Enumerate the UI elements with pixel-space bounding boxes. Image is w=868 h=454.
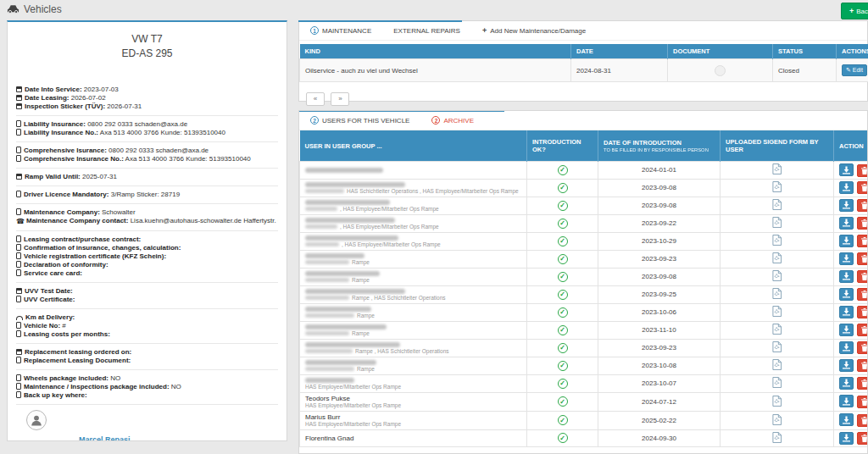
detail-value: 3/Ramp Sticker: 28719: [108, 191, 180, 198]
detail-line: Comprehensive Isurance: 0800 292 0333 sc…: [16, 147, 278, 155]
detail-label: Maintenance Company contact:: [26, 217, 128, 224]
detail-value: Axa 513 4000 3766 Kunde: 51393510040: [124, 155, 251, 163]
download-button[interactable]: [839, 181, 854, 194]
file-icon: [16, 252, 21, 259]
maintenance-row: Oilservice - auch zu viel und Wechsel 20…: [300, 59, 868, 82]
download-button[interactable]: [839, 432, 854, 445]
pdf-file-icon[interactable]: [772, 257, 782, 265]
pdf-file-icon[interactable]: [772, 275, 782, 283]
redacted-name-bar: [305, 182, 405, 187]
delete-button[interactable]: [857, 235, 868, 247]
file-icon: [16, 383, 21, 390]
delete-button[interactable]: [857, 414, 868, 427]
next-page-button[interactable]: »: [331, 92, 349, 106]
delete-button[interactable]: [857, 432, 868, 445]
download-button[interactable]: [839, 163, 854, 176]
detail-label: Comprehensive Isurance:: [24, 147, 107, 154]
file-icon: [16, 374, 21, 381]
redacted-name-bar: [305, 253, 364, 258]
pdf-file-icon[interactable]: [772, 364, 782, 372]
responsible-person: Marcel Repasi: [16, 405, 278, 441]
delete-button[interactable]: [857, 199, 868, 212]
download-button[interactable]: [839, 235, 854, 247]
pdf-file-icon[interactable]: [772, 204, 782, 212]
user-row: Rampe ✓ 2023-11-10: [300, 321, 868, 339]
delete-button[interactable]: [857, 270, 868, 283]
tab-maintenance[interactable]: 1 MAINTENANCE: [299, 21, 382, 40]
pdf-file-icon[interactable]: [772, 311, 782, 318]
download-button[interactable]: [839, 217, 854, 230]
pdf-file-icon[interactable]: [772, 222, 782, 230]
delete-button[interactable]: [857, 341, 868, 354]
delete-button[interactable]: [857, 377, 868, 390]
download-button[interactable]: [839, 288, 854, 301]
delete-button[interactable]: [857, 306, 868, 318]
user-row: Rampe ✓ 2023-10-06: [300, 303, 868, 321]
detail-line: Driver Licence Mandatory: 3/Ramp Sticker…: [16, 191, 278, 199]
tab-external-repairs[interactable]: EXTERNAL REPAIRS: [382, 21, 471, 40]
pdf-file-icon[interactable]: [772, 419, 782, 427]
prev-page-button[interactable]: «: [306, 92, 325, 106]
detail-line: Maintenance Company: Schowalter: [16, 208, 278, 217]
pdf-file-icon[interactable]: [772, 346, 782, 354]
detail-label: Date Into Service:: [25, 86, 82, 93]
detail-label: Ramp Valid Until:: [25, 173, 81, 180]
plus-icon: +: [482, 26, 487, 35]
detail-line: Replacement Leasing Document:: [16, 357, 278, 365]
tab-archive[interactable]: 2 ARCHIVE: [420, 111, 485, 130]
detail-line: Ramp Valid Until: 2025-07-31: [16, 173, 278, 181]
col-date: DATE: [571, 44, 668, 59]
detail-label: Vehicle No:: [24, 322, 60, 329]
pdf-file-icon[interactable]: [772, 186, 782, 194]
detail-label: Replacement Leasing Document:: [24, 357, 131, 364]
detail-label: UVV Certificate:: [24, 296, 75, 303]
plus-icon: +: [849, 7, 854, 15]
download-button[interactable]: [839, 377, 854, 390]
pdf-file-icon[interactable]: [772, 401, 782, 408]
download-button[interactable]: [839, 306, 854, 318]
col-status: STATUS: [773, 44, 837, 59]
detail-line: Liability Insurance: 0800 292 0333 schad…: [16, 120, 278, 129]
pdf-file-icon[interactable]: [772, 382, 782, 390]
pdf-file-icon[interactable]: [772, 437, 782, 445]
user-row: ✓ 2024-01-01: [300, 162, 868, 180]
tab-add-maintenance[interactable]: + Add New Maintenance/Damage: [471, 21, 597, 40]
download-button[interactable]: [839, 252, 854, 265]
pdf-file-icon[interactable]: [772, 240, 782, 247]
tab-users-for-vehicle[interactable]: 2 USERS FOR THIS VEHICLE: [299, 111, 420, 130]
top-right-button[interactable]: + Back: [841, 3, 868, 19]
download-button[interactable]: [839, 199, 854, 212]
detail-value: Schowalter: [100, 208, 136, 216]
delete-button[interactable]: [857, 252, 868, 265]
pdf-file-icon[interactable]: [772, 169, 782, 176]
page-header: Vehicles: [7, 0, 62, 19]
delete-button[interactable]: [857, 396, 868, 408]
delete-button[interactable]: [857, 217, 868, 230]
download-button[interactable]: [839, 341, 854, 354]
delete-button[interactable]: [857, 359, 868, 372]
download-button[interactable]: [839, 413, 854, 426]
pdf-file-icon[interactable]: [772, 329, 782, 336]
edit-button[interactable]: ✎ Edit: [842, 64, 867, 76]
user-group: HAS Employee/Mitarbeiter Ops Rampe: [305, 421, 521, 428]
user-name: [305, 270, 521, 277]
pdf-file-icon[interactable]: [772, 293, 782, 301]
download-button[interactable]: [839, 324, 854, 336]
user-row: Rampe , HAS Schichtleiter Operations ✓ 2…: [300, 339, 868, 357]
redacted-group-bar: [305, 331, 349, 335]
download-button[interactable]: [839, 395, 854, 407]
delete-button[interactable]: [857, 324, 868, 336]
delete-button[interactable]: [857, 164, 868, 177]
col-kind: KIND: [300, 44, 571, 59]
owner-link[interactable]: Marcel Repasi: [79, 435, 131, 441]
download-button[interactable]: [839, 359, 854, 372]
delete-button[interactable]: [857, 181, 868, 194]
redacted-group-bar: [305, 224, 337, 229]
redacted-name-bar: [305, 324, 387, 329]
introduction-date: 2023-11-10: [642, 326, 676, 334]
delete-button[interactable]: [857, 288, 868, 301]
redacted-name-bar: [305, 378, 354, 383]
user-row: HAS Employee/Mitarbeiter Ops Rampe ✓ 202…: [300, 374, 868, 392]
detail-label: Comprehensive Insurance No.:: [24, 155, 124, 163]
download-button[interactable]: [839, 270, 854, 283]
